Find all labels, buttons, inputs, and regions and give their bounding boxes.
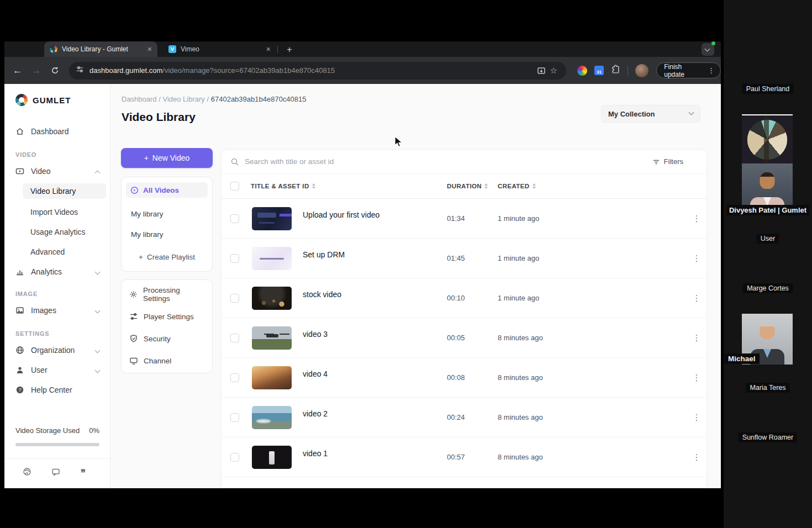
profile-avatar[interactable] xyxy=(635,64,648,77)
video-thumbnail[interactable] xyxy=(252,446,292,469)
row-checkbox[interactable] xyxy=(230,214,239,223)
extensions-puzzle-icon[interactable] xyxy=(611,65,620,76)
table-row[interactable]: video 1 00:57 8 minutes ago ⋮ xyxy=(222,437,706,477)
column-duration[interactable]: DURATION xyxy=(447,183,498,189)
video-title[interactable]: video 1 xyxy=(303,449,447,458)
row-checkbox[interactable] xyxy=(230,413,239,422)
row-menu-icon[interactable]: ⋮ xyxy=(686,254,707,263)
video-thumbnail[interactable] xyxy=(252,326,292,350)
sidebar-item-user[interactable]: User xyxy=(15,365,99,376)
reload-button[interactable] xyxy=(48,64,61,77)
sidebar-item-analytics[interactable]: Analytics xyxy=(15,266,99,277)
address-bar[interactable]: dashboard.gumlet.com/video/manage?source… xyxy=(69,62,566,80)
table-row[interactable]: Set up DRM 01:45 1 minute ago ⋮ xyxy=(222,239,706,278)
sidebar-item-label: Dashboard xyxy=(31,127,69,136)
video-title[interactable]: video 3 xyxy=(303,330,447,339)
storage-progress-bar xyxy=(15,443,99,446)
close-tab-icon[interactable]: × xyxy=(266,45,271,53)
tab-gumlet[interactable]: Video Library - Gumlet × xyxy=(44,41,157,57)
video-thumbnail[interactable] xyxy=(252,406,292,429)
row-checkbox[interactable] xyxy=(230,334,239,342)
video-thumbnail[interactable] xyxy=(252,247,292,270)
video-title[interactable]: video 2 xyxy=(303,409,447,418)
play-circle-icon xyxy=(130,186,139,194)
video-thumbnail[interactable] xyxy=(252,366,292,389)
row-menu-icon[interactable]: ⋮ xyxy=(686,452,707,462)
all-videos-item[interactable]: All Videos xyxy=(126,182,208,198)
gumlet-logo[interactable]: GUMLET xyxy=(15,94,71,106)
row-checkbox[interactable] xyxy=(230,254,239,263)
sort-icon[interactable] xyxy=(532,183,536,189)
calendar-extension-icon[interactable]: 31 xyxy=(594,66,604,75)
chat-icon[interactable] xyxy=(51,467,60,476)
sidebar-item-video-library[interactable]: Video Library xyxy=(23,183,106,199)
quote-icon[interactable]: ❞ xyxy=(81,467,89,476)
site-controls-icon[interactable] xyxy=(76,65,84,76)
playlist-label: My library xyxy=(131,230,164,239)
table-row[interactable]: video 2 00:24 8 minutes ago ⋮ xyxy=(222,398,706,437)
playlist-item[interactable]: My library xyxy=(126,210,208,218)
video-thumbnail[interactable] xyxy=(252,207,292,230)
column-created[interactable]: CREATED xyxy=(498,183,686,189)
processing-settings-item[interactable]: Processing Settings xyxy=(129,288,204,301)
install-icon[interactable] xyxy=(535,65,547,77)
row-checkbox[interactable] xyxy=(230,294,239,303)
sidebar-item-advanced[interactable]: Advanced xyxy=(30,246,99,257)
table-row[interactable]: video 4 00:08 8 minutes ago ⋮ xyxy=(222,358,706,398)
sidebar-item-dashboard[interactable]: Dashboard xyxy=(15,126,99,137)
colorwheel-extension-icon[interactable] xyxy=(577,66,587,76)
new-video-button[interactable]: + New Video xyxy=(121,148,213,168)
playlist-item[interactable]: My library xyxy=(126,230,208,239)
new-tab-button[interactable]: + xyxy=(283,44,296,56)
player-settings-item[interactable]: Player Settings xyxy=(129,310,204,323)
row-menu-icon[interactable]: ⋮ xyxy=(686,333,707,343)
video-title[interactable]: Set up DRM xyxy=(303,250,447,259)
search-input[interactable] xyxy=(245,157,652,166)
sidebar-item-video[interactable]: Video xyxy=(15,166,99,177)
create-playlist-button[interactable]: + Create Playlist xyxy=(126,253,208,261)
collection-dropdown[interactable]: My Collection xyxy=(601,105,700,123)
video-title[interactable]: video 4 xyxy=(303,369,447,378)
chevron-down-icon xyxy=(95,269,101,274)
breadcrumb-video-library[interactable]: Video Library xyxy=(162,95,204,103)
sidebar-item-label: Images xyxy=(31,306,56,315)
browser-menu-icon[interactable]: ⋮ xyxy=(708,66,715,75)
filters-button[interactable]: Filters xyxy=(652,157,683,166)
video-title[interactable]: stock video xyxy=(303,290,447,299)
video-title[interactable]: Upload your first video xyxy=(303,210,447,219)
world-icon[interactable] xyxy=(23,467,31,476)
video-thumbnail[interactable] xyxy=(252,287,292,310)
tab-vimeo[interactable]: V Vimeo × xyxy=(163,41,276,57)
sidebar-item-import-videos[interactable]: Import Videos xyxy=(30,207,78,218)
sidebar-item-organization[interactable]: Organization xyxy=(15,345,99,356)
browser-toolbar: ← → dashboard.gumlet.com/video/manage?so… xyxy=(4,57,721,84)
table-row[interactable]: video 3 00:05 8 minutes ago ⋮ xyxy=(222,318,706,358)
bookmark-star-icon[interactable]: ☆ xyxy=(547,65,560,77)
channel-item[interactable]: Channel xyxy=(129,354,204,367)
forward-button[interactable]: → xyxy=(30,64,43,77)
row-menu-icon[interactable]: ⋮ xyxy=(686,413,707,423)
select-all-checkbox[interactable] xyxy=(230,182,239,191)
row-menu-icon[interactable]: ⋮ xyxy=(686,373,707,383)
close-tab-icon[interactable]: × xyxy=(147,45,152,53)
tab-search-button[interactable] xyxy=(702,43,714,56)
breadcrumb-dashboard[interactable]: Dashboard xyxy=(122,95,157,103)
table-row[interactable]: Upload your first video 01:34 1 minute a… xyxy=(222,199,706,239)
row-menu-icon[interactable]: ⋮ xyxy=(686,214,707,224)
sort-icon[interactable] xyxy=(484,183,488,189)
row-checkbox[interactable] xyxy=(230,373,239,382)
sort-icon[interactable] xyxy=(312,183,315,189)
row-menu-icon[interactable]: ⋮ xyxy=(686,293,707,303)
back-button[interactable]: ← xyxy=(11,64,24,77)
table-header: TITLE & ASSET ID DURATION CREATED xyxy=(222,174,706,199)
table-row[interactable]: stock video 00:10 1 minute ago ⋮ xyxy=(222,278,706,318)
row-checkbox[interactable] xyxy=(230,453,239,462)
chevron-down-icon xyxy=(95,367,101,373)
participant-tile-avatar[interactable] xyxy=(742,114,793,163)
sidebar-item-help-center[interactable]: ? Help Center xyxy=(15,384,99,395)
finish-update-button[interactable]: Finish update ⋮ xyxy=(656,62,721,78)
sidebar-item-usage-analytics[interactable]: Usage Analytics xyxy=(30,226,86,237)
column-title[interactable]: TITLE & ASSET ID xyxy=(246,183,447,189)
security-item[interactable]: Security xyxy=(129,332,204,345)
sidebar-item-images[interactable]: Images xyxy=(15,305,99,316)
